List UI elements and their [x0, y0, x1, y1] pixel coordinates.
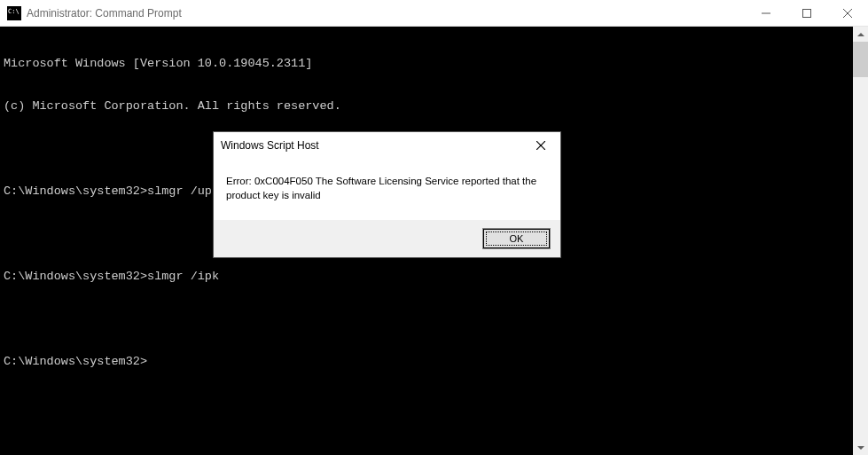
window-controls [746, 0, 868, 26]
dialog-title: Windows Script Host [221, 139, 520, 152]
minimize-icon [762, 9, 770, 18]
scroll-thumb[interactable] [853, 42, 868, 77]
window-title: Administrator: Command Prompt [27, 7, 746, 20]
vertical-scrollbar[interactable] [853, 27, 868, 455]
dialog-message: Error: 0xC004F050 The Software Licensing… [214, 159, 560, 220]
console-line: C:\Windows\system32> [4, 355, 849, 369]
ok-button[interactable]: OK [483, 229, 550, 248]
svg-rect-1 [803, 10, 811, 18]
chevron-up-icon [857, 33, 864, 36]
close-button[interactable] [827, 0, 868, 27]
dialog-close-button[interactable] [520, 132, 560, 159]
window-titlebar: Administrator: Command Prompt [0, 0, 868, 27]
scroll-down-arrow[interactable] [853, 440, 868, 455]
dialog-footer: OK [214, 220, 560, 257]
dialog-titlebar[interactable]: Windows Script Host [214, 132, 560, 159]
maximize-button[interactable] [786, 0, 827, 27]
close-icon [536, 141, 545, 150]
minimize-button[interactable] [746, 0, 786, 27]
chevron-down-icon [857, 446, 864, 450]
maximize-icon [802, 9, 811, 18]
scroll-up-arrow[interactable] [853, 27, 868, 42]
console-line: Microsoft Windows [Version 10.0.19045.23… [4, 57, 849, 71]
close-icon [843, 9, 852, 18]
svg-marker-5 [857, 446, 864, 450]
console-line [4, 312, 849, 326]
svg-marker-4 [857, 33, 864, 36]
cmd-icon [7, 6, 21, 20]
console-line: C:\Windows\system32>slmgr /ipk [4, 270, 849, 284]
script-host-dialog: Windows Script Host Error: 0xC004F050 Th… [213, 131, 561, 258]
console-line: (c) Microsoft Corporation. All rights re… [4, 99, 849, 114]
console-area: Microsoft Windows [Version 10.0.19045.23… [0, 27, 868, 455]
